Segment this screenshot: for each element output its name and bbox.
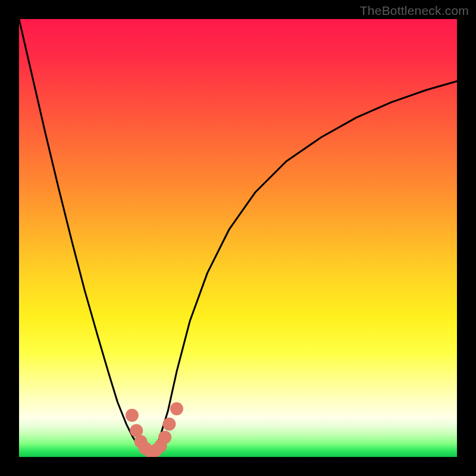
- chart-svg: [19, 19, 457, 457]
- curve-right: [151, 82, 457, 453]
- marker-dot: [162, 418, 176, 431]
- watermark-text: TheBottleneck.com: [360, 4, 469, 18]
- curve-left: [19, 19, 151, 453]
- marker-dot: [126, 409, 139, 422]
- marker-dot: [158, 431, 171, 444]
- plot-area: [19, 19, 457, 457]
- chart-frame: TheBottleneck.com: [0, 0, 476, 476]
- marker-cluster: [126, 402, 183, 457]
- marker-dot: [170, 402, 183, 415]
- curve-lines: [19, 19, 457, 453]
